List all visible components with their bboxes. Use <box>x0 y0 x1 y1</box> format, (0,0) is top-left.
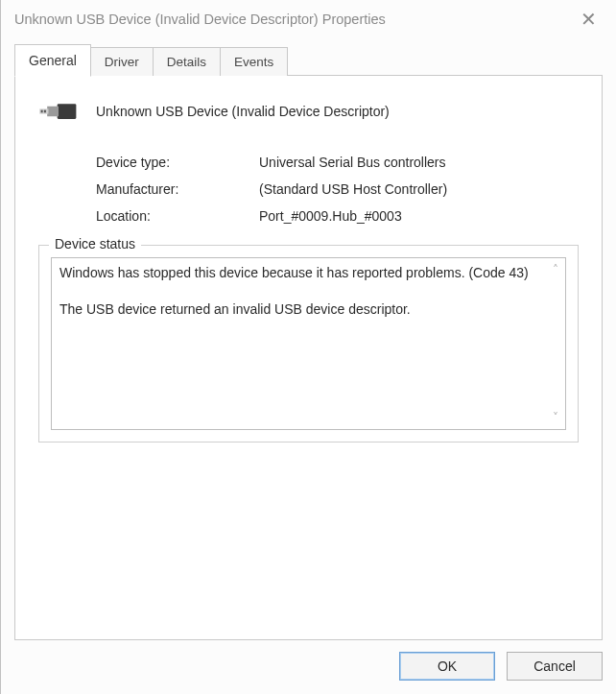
svg-rect-0 <box>58 104 77 119</box>
prop-row-manufacturer: Manufacturer: (Standard USB Host Control… <box>96 181 579 197</box>
scroll-down-icon[interactable]: ˅ <box>553 410 558 425</box>
ok-button[interactable]: OK <box>399 652 495 681</box>
svg-rect-4 <box>44 110 46 113</box>
tab-panel-general: Unknown USB Device (Invalid Device Descr… <box>14 76 603 640</box>
usb-connector-icon <box>38 97 79 126</box>
titlebar: Unknown USB Device (Invalid Device Descr… <box>1 0 616 38</box>
prop-label: Location: <box>96 208 259 224</box>
device-status-group: Device status Windows has stopped this d… <box>38 245 579 443</box>
svg-rect-3 <box>41 110 43 113</box>
prop-row-location: Location: Port_#0009.Hub_#0003 <box>96 208 579 224</box>
tab-general[interactable]: General <box>14 44 91 77</box>
prop-label: Manufacturer: <box>96 181 259 197</box>
prop-row-device-type: Device type: Universal Serial Bus contro… <box>96 155 579 170</box>
device-name: Unknown USB Device (Invalid Device Descr… <box>96 104 390 119</box>
properties-dialog: Unknown USB Device (Invalid Device Descr… <box>0 0 616 694</box>
prop-value: Universal Serial Bus controllers <box>259 155 579 170</box>
tab-driver[interactable]: Driver <box>90 47 154 76</box>
device-properties: Device type: Universal Serial Bus contro… <box>96 155 579 224</box>
prop-value: (Standard USB Host Controller) <box>259 181 579 197</box>
svg-rect-1 <box>47 107 59 117</box>
device-status-legend: Device status <box>49 236 141 251</box>
scrollbar[interactable]: ˄ ˅ <box>546 258 565 429</box>
cancel-button[interactable]: Cancel <box>507 652 603 681</box>
window-title: Unknown USB Device (Invalid Device Descr… <box>14 12 386 27</box>
button-bar: OK Cancel <box>1 640 616 694</box>
tab-details[interactable]: Details <box>153 47 221 76</box>
device-status-text: Windows has stopped this device because … <box>51 257 566 430</box>
prop-label: Device type: <box>96 155 259 170</box>
scroll-up-icon[interactable]: ˄ <box>553 262 558 277</box>
tabstrip: General Driver Details Events <box>1 44 616 76</box>
close-icon[interactable]: ✕ <box>573 6 604 33</box>
tab-events[interactable]: Events <box>220 47 288 76</box>
prop-value: Port_#0009.Hub_#0003 <box>259 208 579 224</box>
device-status-message: Windows has stopped this device because … <box>59 265 529 317</box>
device-header: Unknown USB Device (Invalid Device Descr… <box>38 97 579 126</box>
